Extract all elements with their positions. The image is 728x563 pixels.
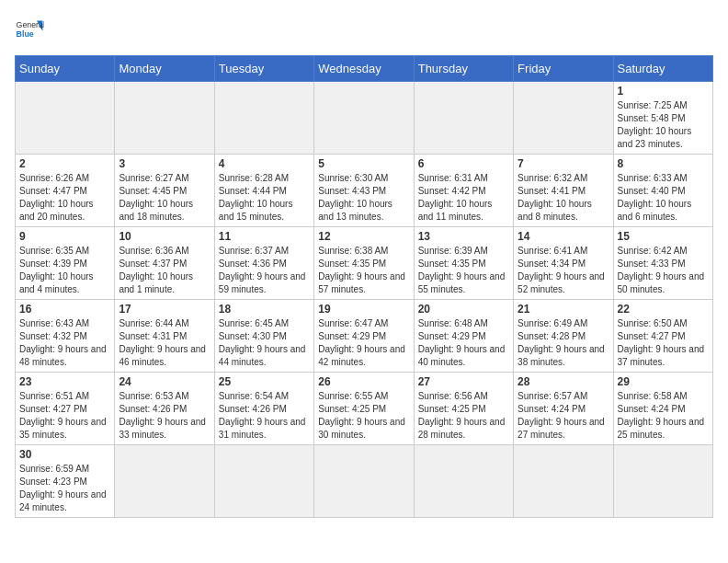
- day-sun-info: Sunrise: 6:42 AM Sunset: 4:33 PM Dayligh…: [618, 245, 709, 296]
- calendar-day-cell: 19Sunrise: 6:47 AM Sunset: 4:29 PM Dayli…: [314, 300, 414, 373]
- calendar-day-cell: [16, 82, 115, 155]
- day-of-week-header: Thursday: [414, 56, 513, 82]
- calendar-day-cell: 23Sunrise: 6:51 AM Sunset: 4:27 PM Dayli…: [16, 373, 115, 445]
- calendar-day-cell: 2Sunrise: 6:26 AM Sunset: 4:47 PM Daylig…: [16, 155, 115, 227]
- calendar-day-cell: 5Sunrise: 6:30 AM Sunset: 4:43 PM Daylig…: [314, 155, 414, 227]
- day-number: 18: [219, 303, 310, 316]
- calendar-day-cell: [214, 445, 313, 518]
- day-number: 4: [219, 157, 310, 170]
- calendar-day-cell: 26Sunrise: 6:55 AM Sunset: 4:25 PM Dayli…: [314, 373, 414, 445]
- day-sun-info: Sunrise: 6:47 AM Sunset: 4:29 PM Dayligh…: [318, 317, 409, 369]
- page-header: General Blue: [15, 15, 713, 44]
- day-number: 15: [618, 230, 709, 243]
- calendar-day-cell: 18Sunrise: 6:45 AM Sunset: 4:30 PM Dayli…: [214, 300, 313, 373]
- day-sun-info: Sunrise: 6:44 AM Sunset: 4:31 PM Dayligh…: [119, 317, 210, 369]
- calendar-day-cell: 11Sunrise: 6:37 AM Sunset: 4:36 PM Dayli…: [214, 227, 313, 300]
- day-sun-info: Sunrise: 6:49 AM Sunset: 4:28 PM Dayligh…: [518, 317, 609, 369]
- calendar-day-cell: 14Sunrise: 6:41 AM Sunset: 4:34 PM Dayli…: [514, 227, 613, 300]
- calendar-table: SundayMondayTuesdayWednesdayThursdayFrid…: [15, 55, 713, 518]
- svg-text:Blue: Blue: [17, 29, 34, 39]
- day-sun-info: Sunrise: 6:57 AM Sunset: 4:24 PM Dayligh…: [518, 390, 609, 442]
- calendar-day-cell: 27Sunrise: 6:56 AM Sunset: 4:25 PM Dayli…: [414, 373, 513, 445]
- day-number: 2: [19, 157, 110, 170]
- day-sun-info: Sunrise: 6:58 AM Sunset: 4:24 PM Dayligh…: [618, 390, 709, 442]
- day-of-week-header: Tuesday: [214, 56, 313, 82]
- day-number: 20: [418, 303, 509, 316]
- calendar-week-row: 23Sunrise: 6:51 AM Sunset: 4:27 PM Dayli…: [16, 373, 713, 445]
- day-of-week-header: Monday: [115, 56, 214, 82]
- calendar-header-row: SundayMondayTuesdayWednesdayThursdayFrid…: [16, 56, 713, 82]
- logo: General Blue: [15, 15, 44, 44]
- day-sun-info: Sunrise: 6:53 AM Sunset: 4:26 PM Dayligh…: [119, 390, 210, 442]
- day-number: 22: [618, 303, 709, 316]
- day-sun-info: Sunrise: 6:54 AM Sunset: 4:26 PM Dayligh…: [219, 390, 310, 442]
- calendar-day-cell: 1Sunrise: 7:25 AM Sunset: 5:48 PM Daylig…: [613, 82, 712, 155]
- day-number: 16: [19, 303, 110, 316]
- calendar-day-cell: [314, 82, 414, 155]
- day-sun-info: Sunrise: 6:27 AM Sunset: 4:45 PM Dayligh…: [119, 172, 210, 224]
- day-number: 12: [318, 230, 409, 243]
- calendar-week-row: 16Sunrise: 6:43 AM Sunset: 4:32 PM Dayli…: [16, 300, 713, 373]
- day-sun-info: Sunrise: 6:48 AM Sunset: 4:29 PM Dayligh…: [418, 317, 509, 369]
- day-number: 17: [119, 303, 210, 316]
- calendar-day-cell: 28Sunrise: 6:57 AM Sunset: 4:24 PM Dayli…: [514, 373, 613, 445]
- day-of-week-header: Sunday: [16, 56, 115, 82]
- day-number: 29: [618, 375, 709, 388]
- day-of-week-header: Friday: [514, 56, 613, 82]
- day-of-week-header: Wednesday: [314, 56, 414, 82]
- calendar-day-cell: [214, 82, 313, 155]
- day-number: 11: [219, 230, 310, 243]
- calendar-day-cell: 20Sunrise: 6:48 AM Sunset: 4:29 PM Dayli…: [414, 300, 513, 373]
- day-number: 10: [119, 230, 210, 243]
- calendar-day-cell: [115, 445, 214, 518]
- calendar-day-cell: 24Sunrise: 6:53 AM Sunset: 4:26 PM Dayli…: [115, 373, 214, 445]
- calendar-day-cell: [613, 445, 712, 518]
- calendar-day-cell: [414, 445, 513, 518]
- calendar-day-cell: [115, 82, 214, 155]
- day-sun-info: Sunrise: 6:59 AM Sunset: 4:23 PM Dayligh…: [19, 463, 110, 514]
- day-number: 14: [518, 230, 609, 243]
- calendar-day-cell: 8Sunrise: 6:33 AM Sunset: 4:40 PM Daylig…: [613, 155, 712, 227]
- day-sun-info: Sunrise: 6:32 AM Sunset: 4:41 PM Dayligh…: [518, 172, 609, 224]
- day-sun-info: Sunrise: 6:56 AM Sunset: 4:25 PM Dayligh…: [418, 390, 509, 442]
- calendar-day-cell: 16Sunrise: 6:43 AM Sunset: 4:32 PM Dayli…: [16, 300, 115, 373]
- calendar-day-cell: 3Sunrise: 6:27 AM Sunset: 4:45 PM Daylig…: [115, 155, 214, 227]
- calendar-week-row: 30Sunrise: 6:59 AM Sunset: 4:23 PM Dayli…: [16, 445, 713, 518]
- calendar-day-cell: 6Sunrise: 6:31 AM Sunset: 4:42 PM Daylig…: [414, 155, 513, 227]
- day-number: 3: [119, 157, 210, 170]
- calendar-day-cell: [514, 82, 613, 155]
- calendar-week-row: 9Sunrise: 6:35 AM Sunset: 4:39 PM Daylig…: [16, 227, 713, 300]
- calendar-day-cell: 4Sunrise: 6:28 AM Sunset: 4:44 PM Daylig…: [214, 155, 313, 227]
- day-sun-info: Sunrise: 6:26 AM Sunset: 4:47 PM Dayligh…: [19, 172, 110, 224]
- calendar-day-cell: 12Sunrise: 6:38 AM Sunset: 4:35 PM Dayli…: [314, 227, 414, 300]
- day-sun-info: Sunrise: 6:30 AM Sunset: 4:43 PM Dayligh…: [318, 172, 409, 224]
- generalblue-logo-icon: General Blue: [15, 15, 44, 44]
- day-number: 13: [418, 230, 509, 243]
- day-sun-info: Sunrise: 6:33 AM Sunset: 4:40 PM Dayligh…: [618, 172, 709, 224]
- day-sun-info: Sunrise: 6:35 AM Sunset: 4:39 PM Dayligh…: [19, 245, 110, 296]
- calendar-day-cell: 21Sunrise: 6:49 AM Sunset: 4:28 PM Dayli…: [514, 300, 613, 373]
- calendar-day-cell: 9Sunrise: 6:35 AM Sunset: 4:39 PM Daylig…: [16, 227, 115, 300]
- calendar-day-cell: [414, 82, 513, 155]
- day-number: 23: [19, 375, 110, 388]
- day-number: 27: [418, 375, 509, 388]
- day-number: 9: [19, 230, 110, 243]
- day-number: 6: [418, 157, 509, 170]
- calendar-day-cell: 7Sunrise: 6:32 AM Sunset: 4:41 PM Daylig…: [514, 155, 613, 227]
- calendar-day-cell: 15Sunrise: 6:42 AM Sunset: 4:33 PM Dayli…: [613, 227, 712, 300]
- day-sun-info: Sunrise: 6:55 AM Sunset: 4:25 PM Dayligh…: [318, 390, 409, 442]
- day-number: 5: [318, 157, 409, 170]
- day-sun-info: Sunrise: 6:39 AM Sunset: 4:35 PM Dayligh…: [418, 245, 509, 296]
- day-sun-info: Sunrise: 6:36 AM Sunset: 4:37 PM Dayligh…: [119, 245, 210, 296]
- calendar-day-cell: 30Sunrise: 6:59 AM Sunset: 4:23 PM Dayli…: [16, 445, 115, 518]
- calendar-day-cell: 22Sunrise: 6:50 AM Sunset: 4:27 PM Dayli…: [613, 300, 712, 373]
- day-sun-info: Sunrise: 6:43 AM Sunset: 4:32 PM Dayligh…: [19, 317, 110, 369]
- day-number: 21: [518, 303, 609, 316]
- day-sun-info: Sunrise: 6:45 AM Sunset: 4:30 PM Dayligh…: [219, 317, 310, 369]
- calendar-day-cell: 17Sunrise: 6:44 AM Sunset: 4:31 PM Dayli…: [115, 300, 214, 373]
- day-sun-info: Sunrise: 6:28 AM Sunset: 4:44 PM Dayligh…: [219, 172, 310, 224]
- day-number: 7: [518, 157, 609, 170]
- calendar-day-cell: 25Sunrise: 6:54 AM Sunset: 4:26 PM Dayli…: [214, 373, 313, 445]
- day-number: 30: [19, 448, 110, 461]
- day-number: 24: [119, 375, 210, 388]
